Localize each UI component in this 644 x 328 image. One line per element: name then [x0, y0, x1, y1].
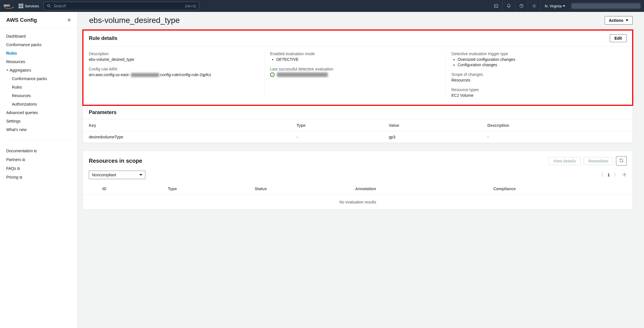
svg-line-2	[49, 7, 51, 8]
sidebar-item-partners[interactable]: Partners⧉	[0, 155, 77, 164]
remediate-button[interactable]: Remediate	[583, 157, 613, 165]
caret-down-icon	[626, 20, 628, 21]
svg-point-5	[534, 5, 535, 7]
actions-button[interactable]: Actions	[605, 16, 633, 25]
sidebar-item-conformance-packs[interactable]: Conformance packs	[0, 40, 77, 49]
trigger-value: Oversized configuration changes Configur…	[451, 57, 621, 67]
parameters-table: Key Type Value Description desiredvolume…	[83, 120, 632, 143]
services-menu[interactable]: Services	[16, 2, 41, 10]
gear-icon	[532, 4, 537, 8]
sidebar-item-agg-resources[interactable]: Resources	[0, 91, 77, 100]
col-type: Type	[162, 183, 249, 195]
close-sidebar-button[interactable]: ✕	[67, 17, 71, 23]
external-link-icon: ⧉	[22, 158, 25, 162]
sidebar-item-pricing[interactable]: Pricing⧉	[0, 173, 77, 182]
svg-point-1	[48, 5, 50, 7]
grid-icon	[19, 4, 23, 8]
svg-rect-3	[494, 5, 498, 8]
last-eval-redacted	[277, 72, 328, 77]
svg-text:aws: aws	[4, 3, 10, 7]
resources-panel: Resources in scope View details Remediat…	[83, 151, 633, 210]
search-icon	[47, 4, 51, 8]
cloudshell-button[interactable]	[490, 0, 502, 12]
rule-details-header: Rule details	[89, 35, 117, 41]
col-value: Value	[383, 120, 482, 131]
pagination: 〈 1 〉	[599, 172, 627, 178]
table-settings-button[interactable]	[622, 172, 627, 178]
view-details-button[interactable]: View details	[548, 157, 581, 165]
caret-down-icon	[6, 70, 8, 71]
col-id: ID	[97, 183, 162, 195]
sidebar-item-settings[interactable]: Settings	[0, 117, 77, 125]
scope-value: Resources	[451, 78, 621, 82]
sidebar-item-documentation[interactable]: Documentation⧉	[0, 147, 77, 155]
sidebar-item-dashboard[interactable]: Dashboard	[0, 32, 77, 40]
col-compliance: Compliance	[488, 183, 632, 195]
aws-logo[interactable]: aws	[3, 3, 14, 9]
account-menu[interactable]	[571, 3, 641, 9]
sidebar-item-whats-new[interactable]: What's new	[0, 125, 77, 134]
sidebar-item-agg-conformance-packs[interactable]: Conformance packs	[0, 74, 77, 83]
col-type: Type	[291, 120, 383, 131]
description-label: Description	[89, 52, 259, 56]
empty-state: No evaluation results	[83, 195, 632, 210]
caret-down-icon	[563, 5, 565, 7]
table-row: desiredvolumeType - gp3 -	[83, 131, 632, 143]
main-content: ebs-volume_desired_type Actions Rule det…	[78, 12, 644, 328]
eval-mode-label: Enabled evaluation mode	[270, 52, 440, 56]
sidebar-item-aggregators[interactable]: Aggregators	[0, 66, 77, 74]
col-key: Key	[83, 120, 291, 131]
cloudshell-icon	[494, 4, 498, 8]
parameters-panel: Parameters Key Type Value Description de…	[83, 105, 633, 143]
trigger-label: Detective evaluation trigger type	[451, 52, 621, 56]
notifications-button[interactable]	[502, 0, 515, 12]
resources-table: ID Type Status Annotation Compliance No …	[83, 183, 632, 209]
refresh-icon	[619, 158, 624, 163]
col-annotation: Annotation	[350, 183, 488, 195]
external-link-icon: ⧉	[17, 166, 20, 171]
sidebar-item-authorizations[interactable]: Authorizations	[0, 100, 77, 108]
arn-redacted	[131, 73, 159, 77]
search-box[interactable]: [Alt+S]	[44, 2, 199, 10]
arn-label: Config rule ARN	[89, 67, 259, 71]
sidebar-item-advanced-queries[interactable]: Advanced queries	[0, 108, 77, 117]
bell-icon	[507, 4, 511, 8]
sidebar: AWS Config ✕ Dashboard Conformance packs…	[0, 12, 78, 328]
sidebar-title: AWS Config	[6, 17, 37, 23]
compliance-filter-select[interactable]: Noncompliant	[89, 171, 145, 179]
help-button[interactable]	[515, 0, 528, 12]
restypes-value: EC2 Volume	[451, 93, 621, 98]
search-shortcut: [Alt+S]	[185, 4, 196, 8]
region-label: N. Virginia	[545, 4, 562, 8]
sidebar-item-faqs[interactable]: FAQs⧉	[0, 164, 77, 173]
sidebar-item-resources[interactable]: Resources	[0, 57, 77, 66]
sidebar-item-agg-rules[interactable]: Rules	[0, 83, 77, 91]
svg-point-6	[624, 174, 625, 175]
edit-button[interactable]: Edit	[610, 34, 627, 42]
description-value: ebs-volume_desired_type	[89, 57, 259, 62]
caret-down-icon	[139, 174, 142, 176]
refresh-button[interactable]	[616, 156, 627, 166]
sidebar-item-rules[interactable]: Rules	[0, 49, 77, 57]
external-link-icon: ⧉	[34, 149, 36, 153]
settings-button[interactable]	[528, 0, 540, 12]
prev-page-button[interactable]: 〈	[599, 172, 604, 178]
rule-details-panel: Rule details Edit Description ebs-volume…	[83, 30, 633, 105]
last-eval-label: Last successful detective evaluation	[270, 67, 440, 71]
help-icon	[519, 4, 524, 8]
col-description: Description	[482, 120, 632, 131]
page-number: 1	[608, 173, 610, 177]
external-link-icon: ⧉	[20, 175, 22, 179]
region-selector[interactable]: N. Virginia	[540, 0, 569, 12]
search-input[interactable]	[53, 4, 183, 8]
success-icon: ✓	[270, 72, 275, 77]
next-page-button[interactable]: 〉	[614, 172, 618, 178]
restypes-label: Resource types	[451, 87, 621, 92]
parameters-header: Parameters	[89, 110, 117, 115]
services-label: Services	[25, 4, 39, 8]
top-nav: aws Services [Alt+S] N. Virginia	[0, 0, 644, 12]
page-title: ebs-volume_desired_type	[89, 16, 180, 25]
col-status: Status	[249, 183, 350, 195]
arn-value: arn:aws:config:us-east- config-rule/conf…	[89, 72, 259, 77]
last-eval-value: ✓	[270, 72, 440, 77]
